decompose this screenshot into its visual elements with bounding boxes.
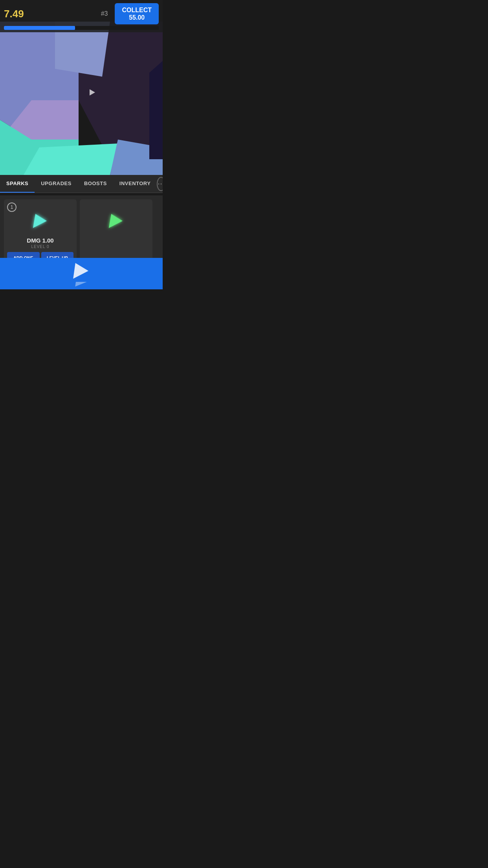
arrow-cyan-icon	[33, 214, 48, 228]
card-number-1: 1	[7, 202, 17, 212]
svg-marker-6	[149, 61, 163, 159]
tab-inventory[interactable]: INVENTORY	[113, 175, 157, 193]
bottom-arrow-icon	[74, 263, 88, 284]
cursor-arrow	[90, 89, 95, 96]
card-level-1: LEVEL 0	[31, 245, 49, 249]
tab-sparks[interactable]: SPARKS	[0, 175, 35, 193]
score-value: 7.49	[4, 8, 24, 20]
game-area[interactable]	[0, 22, 163, 175]
bottom-bar-button[interactable]	[0, 258, 163, 289]
top-hud: 7.49 #3 COLLECT 55.00	[0, 0, 163, 32]
rank-badge: #3	[101, 10, 108, 17]
card-icon-1	[27, 207, 54, 235]
collect-button[interactable]: COLLECT 55.00	[115, 3, 159, 24]
progress-bar-fill	[4, 26, 75, 30]
game-background	[0, 22, 163, 175]
tab-boosts[interactable]: BOOSTS	[78, 175, 113, 193]
tab-upgrades[interactable]: UPGRADES	[35, 175, 78, 193]
arrow-green-icon	[108, 214, 123, 228]
card-icon-2	[103, 207, 130, 235]
bottom-arrow-main	[73, 263, 90, 279]
card-name-1: DMG 1.00	[27, 237, 53, 244]
progress-bar	[4, 26, 159, 30]
tabs-bar: SPARKS UPGRADES BOOSTS INVENTORY ···	[0, 175, 163, 193]
score-row: 7.49 #3 COLLECT 55.00	[4, 3, 159, 24]
bottom-arrow-shadow	[75, 282, 87, 287]
game-canvas	[0, 22, 163, 175]
more-dots-button[interactable]: ···	[157, 177, 163, 191]
